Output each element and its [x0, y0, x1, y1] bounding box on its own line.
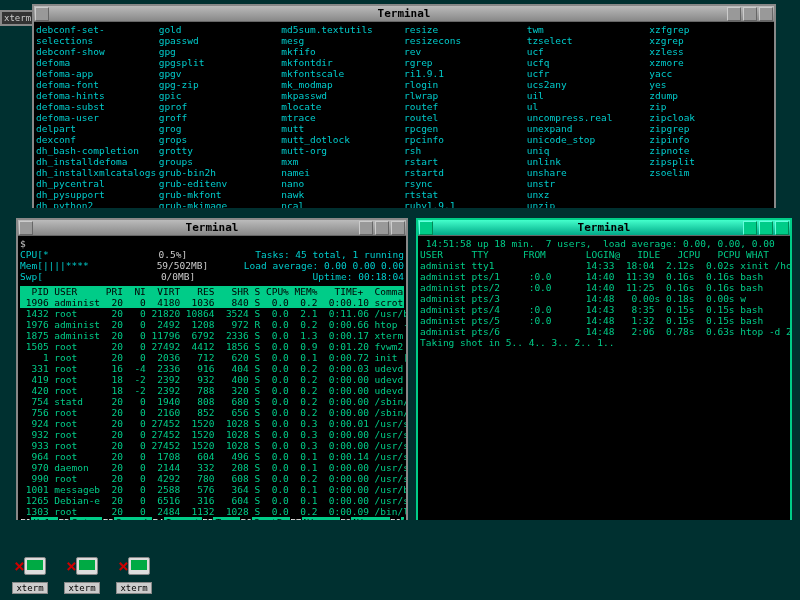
ls-item: uil — [527, 90, 650, 101]
fkey-label[interactable]: Invert — [164, 517, 202, 520]
ls-item: mesg — [281, 35, 404, 46]
swap-val: 0/0MB] — [161, 271, 195, 282]
window-title: Terminal — [186, 221, 239, 234]
fkey-label[interactable]: SortBy — [252, 517, 290, 520]
ls-item: mlocate — [281, 101, 404, 112]
ls-item: ruby1.9.1 — [404, 200, 527, 208]
htop-row[interactable]: 970 daemon 20 0 2144 332 208 S 0.0 0.1 0… — [20, 462, 404, 473]
cpu-pct: 0.5%] — [159, 249, 188, 260]
htop-row[interactable]: 1001 messageb 20 0 2588 576 364 S 0.0 0.… — [20, 484, 404, 495]
prompt-line: $ — [20, 238, 404, 249]
fkey-label[interactable]: Kill — [401, 517, 404, 520]
htop-row[interactable]: 1505 root 20 0 27492 4412 1856 S 0.0 0.9… — [20, 341, 404, 352]
htop-row[interactable]: 419 root 18 -2 2392 932 400 S 0.0 0.2 0:… — [20, 374, 404, 385]
menu-icon[interactable] — [419, 221, 433, 235]
ls-item: grub-bin2h — [159, 167, 282, 178]
ls-item: rsync — [404, 178, 527, 189]
htop-row[interactable]: 756 root 20 0 2160 852 656 S 0.0 0.2 0:0… — [20, 407, 404, 418]
minimize-icon[interactable] — [727, 7, 741, 21]
htop-row[interactable]: 933 root 20 0 27452 1520 1028 S 0.0 0.3 … — [20, 440, 404, 451]
ls-item: mkpasswd — [281, 90, 404, 101]
ls-item: mutt-org — [281, 145, 404, 156]
ls-item: gpg-zip — [159, 79, 282, 90]
minimize-icon[interactable] — [743, 221, 757, 235]
ls-item: unlink — [527, 156, 650, 167]
htop-row[interactable]: 1432 root 20 0 21820 10864 3524 S 0.0 2.… — [20, 308, 404, 319]
htop-row[interactable]: 1 root 20 0 2036 712 620 S 0.0 0.1 0:00.… — [20, 352, 404, 363]
maximize-icon[interactable] — [375, 221, 389, 235]
ls-item: nawk — [281, 189, 404, 200]
ls-item: dh_installxmlcatalogs — [36, 167, 159, 178]
ls-item: gold — [159, 24, 282, 35]
ls-item: rpcinfo — [404, 134, 527, 145]
ls-item: dh_python2 — [36, 200, 159, 208]
htop-row[interactable]: 754 statd 20 0 1940 808 680 S 0.0 0.2 0:… — [20, 396, 404, 407]
htop-selected-row[interactable]: 1996 administ 20 0 4180 1036 840 S 0.0 0… — [20, 297, 404, 308]
ls-item: yes — [649, 79, 772, 90]
ls-item: zipnote — [649, 145, 772, 156]
taskbar-item[interactable]: ×xterm — [6, 557, 54, 594]
w-row: administ pts/1 :0.0 14:40 11:39 0.16s 0.… — [420, 271, 788, 282]
htop-row[interactable]: 924 root 20 0 27452 1520 1028 S 0.0 0.3 … — [20, 418, 404, 429]
htop-row[interactable]: 990 root 20 0 4292 780 608 S 0.0 0.2 0:0… — [20, 473, 404, 484]
maximize-icon[interactable] — [759, 221, 773, 235]
htop-row[interactable]: 1976 administ 20 0 2492 1208 972 R 0.0 0… — [20, 319, 404, 330]
w-row: administ pts/4 :0.0 14:43 8:35 0.15s 0.1… — [420, 304, 788, 315]
ls-item: groups — [159, 156, 282, 167]
ls-item: mk_modmap — [281, 79, 404, 90]
ls-item: groff — [159, 112, 282, 123]
task-label: xterm — [116, 582, 151, 594]
fkey-label[interactable]: Nice + — [351, 517, 389, 520]
ls-item: md5sum.textutils — [281, 24, 404, 35]
close-icon[interactable] — [775, 221, 789, 235]
ls-item: gpasswd — [159, 35, 282, 46]
ls-item: zipcloak — [649, 112, 772, 123]
fkey-label[interactable]: Setup — [70, 517, 103, 520]
fkey-label[interactable]: Help — [31, 517, 58, 520]
terminal-window-top: Terminal debconf-set-selectionsdebconf-s… — [32, 4, 776, 208]
close-icon[interactable] — [759, 7, 773, 21]
minimize-icon[interactable] — [359, 221, 373, 235]
menu-icon[interactable] — [19, 221, 33, 235]
ls-item: routel — [404, 112, 527, 123]
htop-row[interactable]: 1265 Debian-e 20 0 6516 316 604 S 0.0 0.… — [20, 495, 404, 506]
htop-row[interactable]: 1303 root 20 0 2484 1132 1028 S 0.0 0.2 … — [20, 506, 404, 517]
titlebar[interactable]: Terminal — [418, 220, 790, 236]
fkey-label[interactable]: Nice - — [302, 517, 340, 520]
fkey-label[interactable]: Tree — [213, 517, 240, 520]
terminal-window-htop: Terminal $ CPU[*0.5%] Tasks: 45 total, 1… — [16, 218, 408, 520]
terminal-window-w: Terminal 14:51:58 up 18 min. 7 users, lo… — [416, 218, 792, 520]
menu-icon[interactable] — [35, 7, 49, 21]
htop-row[interactable]: 932 root 20 0 27452 1520 1028 S 0.0 0.3 … — [20, 429, 404, 440]
htop-row[interactable]: 331 root 16 -4 2336 916 404 S 0.0 0.2 0:… — [20, 363, 404, 374]
xterm-icon: × — [14, 557, 46, 581]
terminal-content[interactable]: debconf-set-selectionsdebconf-showdefoma… — [34, 22, 774, 208]
fkey-label[interactable]: Search — [114, 517, 152, 520]
ls-item: unshare — [527, 167, 650, 178]
ls-item: mtrace — [281, 112, 404, 123]
ls-item: rlogin — [404, 79, 527, 90]
htop-row[interactable]: 1875 administ 20 0 11796 6792 2336 S 0.0… — [20, 330, 404, 341]
titlebar[interactable]: Terminal — [18, 220, 406, 236]
ls-item: debconf-set-selections — [36, 24, 159, 46]
taskbar-item[interactable]: ×xterm — [58, 557, 106, 594]
fkey: F4 — [152, 517, 163, 520]
minimized-xterm[interactable]: xterm — [0, 10, 35, 26]
terminal-content[interactable]: 14:51:58 up 18 min. 7 users, load averag… — [418, 236, 790, 520]
ls-item: tzselect — [527, 35, 650, 46]
htop-row[interactable]: 964 root 20 0 1708 604 496 S 0.0 0.1 0:0… — [20, 451, 404, 462]
close-icon[interactable] — [391, 221, 405, 235]
maximize-icon[interactable] — [743, 7, 757, 21]
ls-item: rsh — [404, 145, 527, 156]
terminal-content[interactable]: $ CPU[*0.5%] Tasks: 45 total, 1 running … — [18, 236, 406, 520]
ls-item: defoma-subst — [36, 101, 159, 112]
ls-item: defoma-user — [36, 112, 159, 123]
fkey: F6 — [240, 517, 251, 520]
htop-row[interactable]: 420 root 18 -2 2392 788 320 S 0.0 0.2 0:… — [20, 385, 404, 396]
ls-item: grops — [159, 134, 282, 145]
titlebar[interactable]: Terminal — [34, 6, 774, 22]
ls-item: delpart — [36, 123, 159, 134]
ls-item: xzmore — [649, 57, 772, 68]
fkey: F2 — [58, 517, 69, 520]
taskbar-item[interactable]: ×xterm — [110, 557, 158, 594]
